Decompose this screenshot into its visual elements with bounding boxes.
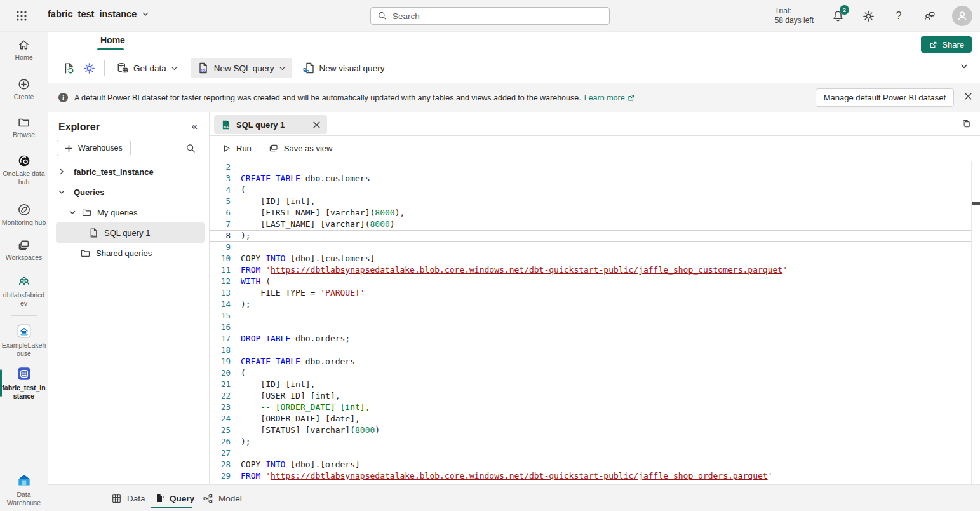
search-input[interactable] xyxy=(393,11,603,21)
learn-more-link[interactable]: Learn more xyxy=(584,93,635,102)
sidebar-item-workspaces[interactable]: Workspaces xyxy=(0,238,48,262)
visual-query-file-icon xyxy=(302,62,315,74)
model-icon xyxy=(203,493,213,504)
sidebar-item-dbtlabsfabricdev[interactable]: dbtlabsfabricdev xyxy=(0,275,48,308)
code-line[interactable]: 9 xyxy=(210,242,971,253)
line-number: 26 xyxy=(210,436,231,447)
refresh-settings-button[interactable] xyxy=(58,58,79,78)
line-number: 22 xyxy=(210,390,231,402)
tab-sql-query-1[interactable]: SQL SQL query 1 xyxy=(214,115,327,134)
line-number: 29 xyxy=(210,470,231,482)
tree-item-my-queries[interactable]: My queries xyxy=(48,202,209,222)
account-avatar[interactable] xyxy=(952,6,972,26)
code-line[interactable]: 28COPY INTO [dbo].[orders] xyxy=(210,459,971,470)
chevron-down-icon[interactable] xyxy=(58,188,65,196)
collapse-panel-button[interactable]: « xyxy=(192,120,198,133)
indent-guide xyxy=(250,379,250,390)
toolbar-divider xyxy=(396,60,396,76)
view-switcher-bar: Data Query Model xyxy=(48,484,980,511)
chevron-down-icon xyxy=(279,65,286,72)
home-icon xyxy=(17,38,30,51)
code-line[interactable]: 6 [FIRST_NAME] [varchar](8000), xyxy=(210,207,971,219)
global-search[interactable] xyxy=(370,7,610,25)
sidebar-item-examplelakehouse[interactable]: ExampleLakehouse xyxy=(0,323,48,358)
sidebar-item-data-warehouse[interactable]: Data Warehouse xyxy=(0,472,48,507)
code-line[interactable]: 4( xyxy=(210,184,971,196)
code-line[interactable]: 18 xyxy=(210,344,971,356)
line-number: 3 xyxy=(210,173,231,184)
code-line[interactable]: 3CREATE TABLE dbo.customers xyxy=(210,173,971,184)
share-button[interactable]: Share xyxy=(921,36,972,53)
code-line[interactable]: 13 FILE_TYPE = 'PARQUET' xyxy=(210,287,971,299)
line-content: DROP TABLE dbo.orders; xyxy=(231,333,971,344)
code-line[interactable]: 21 [ID] [int], xyxy=(210,379,971,390)
code-line[interactable]: 23 -- [ORDER_DATE] [int], xyxy=(210,402,971,413)
code-line[interactable]: 19CREATE TABLE dbo.orders xyxy=(210,356,971,367)
line-content: [USER_ID] [int], xyxy=(231,390,971,402)
new-warehouse-button[interactable]: Warehouses xyxy=(57,140,131,156)
copy-button[interactable] xyxy=(961,119,972,130)
chevron-down-icon[interactable] xyxy=(69,208,76,216)
code-line[interactable]: 8); xyxy=(210,230,971,242)
code-line[interactable]: 24 [ORDER_DATE] [date], xyxy=(210,413,971,425)
line-number: 27 xyxy=(210,447,231,459)
indent-guide xyxy=(250,390,250,402)
indent-guide xyxy=(250,207,250,219)
sidebar-item-create[interactable]: Create xyxy=(0,78,48,101)
code-line[interactable]: 7 [LAST_NAME] [varchar](8000) xyxy=(210,219,971,230)
indent-guide xyxy=(250,413,250,425)
sidebar-item-home[interactable]: Home xyxy=(0,38,48,62)
editor-scrollbar[interactable] xyxy=(971,161,980,484)
warehouse-settings-button[interactable] xyxy=(79,58,99,78)
line-content xyxy=(231,310,971,322)
tree-item-root[interactable]: fabric_test_instance xyxy=(48,161,209,182)
sidebar-item-onelake-data-hub[interactable]: OneLake data hub xyxy=(0,154,48,186)
code-line[interactable]: 27 xyxy=(210,447,971,459)
explorer-search-button[interactable] xyxy=(185,143,196,154)
help-button[interactable]: ? xyxy=(891,8,906,24)
new-visual-query-button[interactable]: New visual query xyxy=(296,58,391,78)
code-line[interactable]: 17DROP TABLE dbo.orders; xyxy=(210,333,971,344)
code-line[interactable]: 5 [ID] [int], xyxy=(210,196,971,207)
tab-data[interactable]: Data xyxy=(111,485,145,511)
code-line[interactable]: 29FROM 'https://dbtlabsynapsedatalake.bl… xyxy=(210,470,971,482)
sql-code-editor[interactable]: 23CREATE TABLE dbo.customers4(5 [ID] [in… xyxy=(210,161,980,484)
code-line[interactable]: 25 [STATUS] [varchar](8000) xyxy=(210,425,971,436)
code-line[interactable]: 11FROM 'https://dbtlabsynapsedatalake.bl… xyxy=(210,264,971,276)
run-button[interactable]: Run xyxy=(222,144,252,153)
notifications-button[interactable]: 2 xyxy=(830,8,845,24)
new-sql-query-button[interactable]: SQL New SQL query xyxy=(191,58,292,78)
tab-home[interactable]: Home xyxy=(97,35,128,45)
chevron-down-icon xyxy=(142,10,149,18)
settings-button[interactable] xyxy=(861,8,876,24)
rail-divider xyxy=(11,315,37,316)
code-line[interactable]: 15 xyxy=(210,310,971,322)
line-content: [STATUS] [varchar](8000) xyxy=(231,425,971,436)
code-line[interactable]: 10COPY INTO [dbo].[customers] xyxy=(210,253,971,264)
get-data-button[interactable]: Get data xyxy=(110,58,184,78)
code-line[interactable]: 12WITH ( xyxy=(210,276,971,287)
app-launcher-icon[interactable] xyxy=(15,10,28,22)
sidebar-item-fabric-test-instance[interactable]: fabric_test_instance xyxy=(0,365,48,400)
close-icon[interactable] xyxy=(312,121,321,129)
manage-dataset-button[interactable]: Manage default Power BI dataset xyxy=(816,88,954,107)
ribbon-collapse-button[interactable] xyxy=(960,62,969,71)
code-line[interactable]: 16 xyxy=(210,322,971,333)
code-line[interactable]: 14); xyxy=(210,299,971,310)
code-line[interactable]: 22 [USER_ID] [int], xyxy=(210,390,971,402)
code-line[interactable]: 20( xyxy=(210,367,971,379)
chevron-right-icon[interactable] xyxy=(58,168,65,175)
sidebar-item-monitoring-hub[interactable]: Monitoring hub xyxy=(0,203,48,227)
banner-close-button[interactable] xyxy=(963,91,974,102)
code-line[interactable]: 2 xyxy=(210,161,971,173)
tree-item-sql-query-1[interactable]: SQL SQL query 1 xyxy=(48,222,209,243)
line-content xyxy=(231,161,971,173)
feedback-button[interactable] xyxy=(922,8,937,24)
sidebar-item-browse[interactable]: Browse xyxy=(0,116,48,139)
workspace-switcher[interactable]: fabric_test_instance xyxy=(48,9,149,19)
tab-model[interactable]: Model xyxy=(203,485,242,511)
tree-item-queries[interactable]: Queries xyxy=(48,182,209,202)
code-line[interactable]: 26); xyxy=(210,436,971,447)
save-as-view-button[interactable]: Save as view xyxy=(268,143,333,154)
tree-item-shared-queries[interactable]: Shared queries xyxy=(48,243,209,263)
